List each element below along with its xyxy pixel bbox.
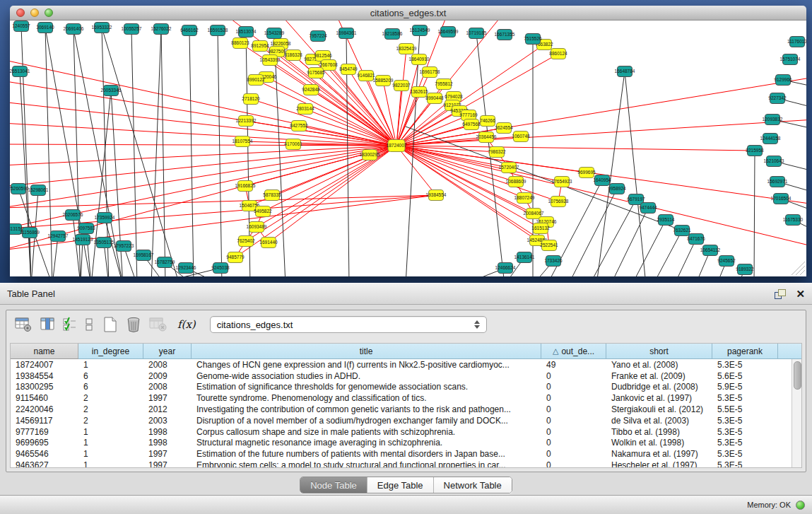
graph-node[interactable]: 16648784: [615, 66, 635, 77]
graph-node[interactable]: 8215958: [746, 146, 764, 156]
column-header-short[interactable]: short: [606, 344, 712, 359]
table-row[interactable]: 1456911722003Disruption of a novel membe…: [11, 415, 792, 426]
column-header-year[interactable]: year: [143, 344, 192, 359]
table-row[interactable]: 1872400712008Changes of HCN gene express…: [11, 359, 792, 370]
table-cell[interactable]: 1998: [143, 438, 192, 449]
graph-node[interactable]: 12942757: [48, 231, 69, 242]
graph-edge[interactable]: [632, 220, 666, 276]
graph-node[interactable]: 9097583: [77, 223, 95, 234]
graph-node[interactable]: 6497568: [462, 119, 481, 130]
graph-node[interactable]: 5495822: [254, 206, 272, 217]
table-cell[interactable]: 2008: [143, 382, 192, 393]
table-cell[interactable]: 2: [78, 404, 143, 415]
column-header-name[interactable]: name: [11, 344, 78, 359]
table-row[interactable]: 977716911998Corpus callosum shape and si…: [11, 426, 792, 438]
table-cell[interactable]: 49: [541, 359, 606, 370]
graph-edge[interactable]: [52, 236, 58, 276]
graph-edge[interactable]: [10, 146, 396, 187]
table-cell[interactable]: Disruption of a novel member of a sodium…: [192, 415, 541, 426]
table-cell[interactable]: 18724007: [11, 359, 78, 370]
graph-node[interactable]: 10055257: [122, 24, 142, 35]
graph-node[interactable]: 9189322: [736, 264, 754, 275]
graph-node[interactable]: 7515526: [524, 34, 542, 45]
table-cell[interactable]: Structural magnetic resonance image aver…: [192, 438, 541, 449]
table-row[interactable]: 946554611997Estimation of the future num…: [11, 448, 792, 460]
table-cell[interactable]: 0: [541, 415, 606, 426]
table-row[interactable]: 969969511998Structural magnetic resonanc…: [11, 438, 792, 449]
graph-node[interactable]: 16953322: [92, 23, 112, 33]
graph-node[interactable]: 11156869: [20, 228, 40, 238]
table-cell[interactable]: 6: [78, 370, 143, 382]
table-cell[interactable]: 5.5E-5: [712, 404, 778, 415]
table-cell[interactable]: 2009: [143, 370, 192, 382]
table-cell[interactable]: Tibbo et al. (1998): [606, 426, 712, 438]
graph-node[interactable]: 11176013: [787, 37, 806, 47]
table-cell[interactable]: 2008: [143, 359, 192, 370]
graph-edge[interactable]: [611, 208, 648, 276]
table-cell[interactable]: 1997: [143, 460, 192, 467]
graph-node[interactable]: 3069140: [36, 23, 54, 33]
row-height-icon[interactable]: [84, 315, 94, 334]
table-cell[interactable]: 18300295: [11, 382, 78, 393]
graph-node[interactable]: 18325419: [396, 44, 417, 54]
graph-node[interactable]: 8454749: [339, 64, 358, 75]
graph-node[interactable]: 9175685: [307, 68, 325, 78]
graph-node[interactable]: 14136141: [514, 252, 535, 263]
graph-node[interactable]: 10756928: [548, 197, 569, 207]
graph-edge[interactable]: [653, 230, 682, 276]
graph-node[interactable]: 9242848: [302, 85, 320, 95]
vertical-scrollbar[interactable]: [792, 359, 801, 467]
table-cell[interactable]: 9463627: [11, 460, 78, 467]
graph-node[interactable]: 8471676: [687, 234, 705, 245]
graph-edge[interactable]: [396, 146, 806, 247]
graph-edge[interactable]: [625, 71, 646, 276]
table-cell[interactable]: 5.3E-5: [712, 426, 778, 438]
table-cell[interactable]: 0: [541, 404, 606, 415]
graph-edge[interactable]: [10, 123, 396, 146]
table-cell[interactable]: 0: [541, 448, 606, 460]
table-cell[interactable]: Jankovic et al. (1997): [606, 392, 712, 404]
graph-node[interactable]: 7632621: [673, 226, 691, 236]
table-cell[interactable]: 9777169: [11, 426, 78, 438]
graph-edge[interactable]: [396, 146, 755, 151]
graph-node[interactable]: 9485779: [226, 252, 245, 263]
graph-edge[interactable]: [10, 102, 396, 146]
graph-node[interactable]: 8186328: [284, 50, 302, 61]
graph-node[interactable]: 9245038: [211, 263, 230, 274]
graph-node[interactable]: 8860123: [231, 38, 249, 49]
table-cell[interactable]: Hescheler et al. (1997): [606, 460, 712, 467]
graph-node[interactable]: 8990122: [247, 75, 265, 86]
graph-node[interactable]: 7957224: [309, 31, 327, 42]
graph-node[interactable]: 15124549: [410, 25, 430, 36]
graph-node[interactable]: 2803144: [296, 104, 314, 115]
table-cell[interactable]: 9115460: [11, 392, 78, 404]
table-row[interactable]: 1830029562008Estimation of significance …: [11, 382, 792, 393]
graph-node[interactable]: 9958924: [608, 184, 626, 194]
table-cell[interactable]: 5.9E-5: [712, 382, 778, 393]
graph-edge[interactable]: [102, 28, 180, 276]
graph-node[interactable]: 9227342: [768, 93, 787, 104]
graph-node[interactable]: 10719185: [466, 28, 487, 39]
graph-edge[interactable]: [10, 195, 436, 208]
graph-node[interactable]: 19218586: [382, 29, 403, 40]
table-cell[interactable]: Estimation of significance thresholds fo…: [192, 382, 541, 393]
graph-node[interactable]: 17016504: [771, 194, 792, 204]
graph-node[interactable]: 20364456: [476, 132, 497, 143]
tab-network-table[interactable]: Network Table: [434, 477, 512, 493]
graph-node[interactable]: 17654923: [552, 177, 572, 187]
graph-node[interactable]: 8860124: [549, 49, 567, 59]
graph-node[interactable]: 746266: [480, 116, 495, 127]
table-row[interactable]: 911546021997Tourette syndrome. Phenomeno…: [11, 392, 792, 404]
graph-node[interactable]: 20691406: [64, 24, 84, 35]
tab-edge-table[interactable]: Edge Table: [367, 477, 434, 493]
table-cell[interactable]: Nakamura et al. (1997): [606, 448, 712, 460]
graph-node[interactable]: 12093832: [763, 115, 783, 125]
graph-node[interactable]: 15751074: [780, 54, 801, 65]
tab-node-table[interactable]: Node Table: [300, 477, 367, 493]
graph-node[interactable]: 6466162: [180, 25, 199, 36]
table-cell[interactable]: Investigating the contribution of common…: [192, 404, 541, 415]
graph-node[interactable]: 2718120: [242, 94, 260, 105]
scrollbar-thumb[interactable]: [794, 361, 801, 390]
table-cell[interactable]: Embryonic stem cells: a model to study s…: [192, 460, 541, 467]
graph-node[interactable]: 7625402: [237, 236, 255, 247]
